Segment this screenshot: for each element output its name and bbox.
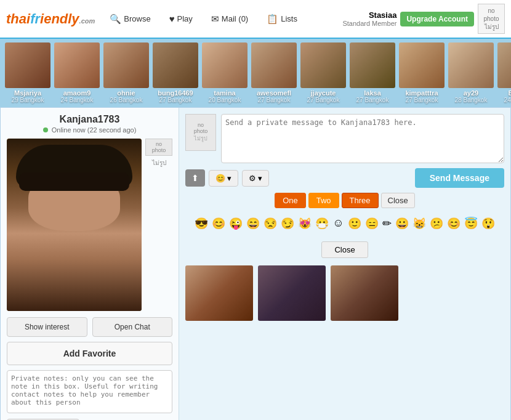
private-notes-textarea[interactable] bbox=[7, 370, 172, 413]
emoji-picker: 😎 😊 😜 😄 😒 😏 😻 😷 ☺ 🙂 😑 ✏ 😀 😸 😕 😊 😇 😲 bbox=[185, 213, 504, 234]
no-photo-thumb: no photo bbox=[145, 139, 172, 156]
emoji-pencil[interactable]: ✏ bbox=[381, 216, 393, 232]
send-message-button[interactable]: Send Message bbox=[415, 168, 504, 188]
heart-icon: ♥ bbox=[169, 14, 175, 24]
size-close-button[interactable]: Close bbox=[381, 193, 415, 208]
thai-no-photo-label: ไม่รูป bbox=[482, 23, 501, 31]
emoji-expressionless[interactable]: 😑 bbox=[364, 216, 380, 232]
dropdown-icon: ▾ bbox=[227, 174, 231, 183]
add-favorite-button[interactable]: Add Favorite bbox=[7, 342, 172, 365]
mail-icon: ✉ bbox=[211, 14, 219, 25]
nav-play[interactable]: ♥ Play bbox=[166, 11, 196, 26]
nav-mail-label: Mail (0) bbox=[222, 14, 248, 23]
open-chat-button[interactable]: Open Chat bbox=[92, 317, 173, 337]
header-username: Stasiaa bbox=[342, 10, 396, 20]
online-status: Online now (22 second ago) bbox=[7, 126, 172, 134]
upload-icon: ⬆ bbox=[191, 173, 199, 183]
nav-browse[interactable]: 🔍 Browse bbox=[106, 11, 154, 27]
message-textarea[interactable] bbox=[221, 114, 504, 163]
online-dot bbox=[43, 127, 48, 132]
nav-mail[interactable]: ✉ Mail (0) bbox=[207, 11, 252, 27]
no-photo-message: no photo ไม่รูป bbox=[185, 114, 216, 151]
size-three-button[interactable]: Three bbox=[342, 193, 379, 208]
logo[interactable]: thaifriendly.com bbox=[6, 12, 95, 26]
emoji-grin[interactable]: 😄 bbox=[245, 216, 261, 232]
list-item[interactable]: tamina 20 Bangkok bbox=[202, 42, 247, 103]
nav-lists[interactable]: 📋 Lists bbox=[263, 11, 301, 27]
close-button-center: Close bbox=[185, 241, 504, 258]
list-item[interactable]: bung16469 27 Bangkok bbox=[153, 42, 198, 103]
thumbnail-1[interactable] bbox=[185, 265, 253, 321]
nav-play-label: Play bbox=[177, 14, 193, 23]
emoji-confused[interactable]: 😕 bbox=[429, 216, 445, 232]
message-area-container: no photo ไม่รูป bbox=[185, 114, 504, 163]
header: thaifriendly.com 🔍 Browse ♥ Play ✉ Mail … bbox=[0, 0, 511, 39]
list-item[interactable]: ay29 28 Bangkok bbox=[448, 42, 494, 103]
emoji-blush[interactable]: 😊 bbox=[446, 216, 462, 232]
user-info: Stasiaa Standard Member bbox=[342, 10, 396, 27]
size-two-button[interactable]: Two bbox=[308, 193, 339, 208]
emoji-smirk[interactable]: 😏 bbox=[280, 216, 296, 232]
emoji-size-selector: One Two Three Close bbox=[185, 193, 504, 208]
list-item[interactable]: ohnie 26 Bangkok bbox=[103, 42, 149, 103]
gear-dropdown-icon: ▾ bbox=[258, 174, 262, 183]
list-item[interactable]: laksa 27 Bangkok bbox=[350, 42, 395, 103]
main-profile-photo[interactable] bbox=[7, 139, 142, 311]
emoji-astonished[interactable]: 😲 bbox=[480, 216, 496, 232]
profile-username: Kanjana1783 bbox=[7, 114, 172, 125]
emoji-relaxed[interactable]: ☺ bbox=[331, 216, 345, 232]
emoji-slight-smile[interactable]: 🙂 bbox=[347, 216, 363, 232]
upload-button[interactable]: ⬆ bbox=[185, 169, 205, 187]
gear-icon: ⚙ bbox=[249, 174, 256, 183]
emoji-innocent[interactable]: 😇 bbox=[463, 216, 479, 232]
online-status-text: Online now (22 second ago) bbox=[52, 126, 137, 134]
nav-browse-label: Browse bbox=[124, 14, 150, 23]
header-right: Stasiaa Standard Member Upgrade Account … bbox=[342, 4, 505, 34]
emoji-mask[interactable]: 😷 bbox=[314, 216, 330, 232]
main-photo-container: no photo ไม่รูป bbox=[7, 139, 172, 311]
left-panel: Kanjana1783 Online now (22 second ago) n… bbox=[1, 108, 179, 420]
smile-icon: 😊 bbox=[215, 174, 225, 183]
list-item[interactable]: amaom9 24 Bangkok bbox=[54, 42, 100, 103]
logo-com: .com bbox=[79, 17, 95, 25]
main-content: Kanjana1783 Online now (22 second ago) n… bbox=[0, 107, 511, 420]
thumbnail-2[interactable] bbox=[258, 265, 326, 321]
message-toolbar: ⬆ 😊 ▾ ⚙ ▾ Send Message bbox=[185, 168, 504, 188]
emoji-sunglasses[interactable]: 😎 bbox=[193, 216, 209, 232]
emoji-smile-cat[interactable]: 😸 bbox=[411, 216, 427, 232]
size-one-button[interactable]: One bbox=[275, 193, 306, 208]
upgrade-button[interactable]: Upgrade Account bbox=[400, 12, 474, 26]
list-item[interactable]: kimpatttra 27 Bangkok bbox=[399, 42, 445, 103]
emoji-picker-button[interactable]: 😊 ▾ bbox=[209, 170, 238, 187]
emoji-grinning[interactable]: 😀 bbox=[394, 216, 410, 232]
emoji-wink[interactable]: 😜 bbox=[228, 216, 244, 232]
list-item[interactable]: awesomefl 27 Bangkok bbox=[251, 42, 297, 103]
thumbnail-gallery bbox=[185, 263, 504, 323]
header-no-photo: no photo ไม่รูป bbox=[478, 4, 505, 34]
nav-lists-label: Lists bbox=[281, 14, 297, 23]
list-item[interactable]: Msjariya 29 Bangkok bbox=[5, 42, 50, 103]
right-panel: no photo ไม่รูป ⬆ 😊 ▾ ⚙ ▾ Send Message O… bbox=[179, 108, 510, 420]
list-item[interactable]: Bebe19 24 Bangkok bbox=[497, 42, 511, 103]
list-icon: 📋 bbox=[267, 14, 278, 25]
thai-text-side: ไม่รูป bbox=[145, 158, 172, 168]
list-item[interactable]: jjaycute 27 Bangkok bbox=[300, 42, 346, 103]
emoji-unamused[interactable]: 😒 bbox=[262, 216, 278, 232]
emoji-heart-eyes-cat[interactable]: 😻 bbox=[297, 216, 313, 232]
thumbnail-3[interactable] bbox=[331, 265, 398, 321]
emoji-close-button[interactable]: Close bbox=[321, 241, 368, 258]
action-buttons: Show interest Open Chat bbox=[7, 317, 172, 337]
no-photo-side: no photo ไม่รูป bbox=[145, 139, 172, 311]
profile-strip: Msjariya 29 Bangkok amaom9 24 Bangkok oh… bbox=[0, 39, 511, 107]
thai-no-photo-msg: ไม่รูป bbox=[194, 134, 207, 143]
show-interest-button[interactable]: Show interest bbox=[7, 317, 87, 337]
emoji-smile[interactable]: 😊 bbox=[211, 216, 227, 232]
gear-button[interactable]: ⚙ ▾ bbox=[242, 170, 269, 187]
no-photo-label: no photo bbox=[482, 7, 501, 23]
search-icon: 🔍 bbox=[110, 14, 121, 25]
header-member-type: Standard Member bbox=[342, 20, 396, 27]
